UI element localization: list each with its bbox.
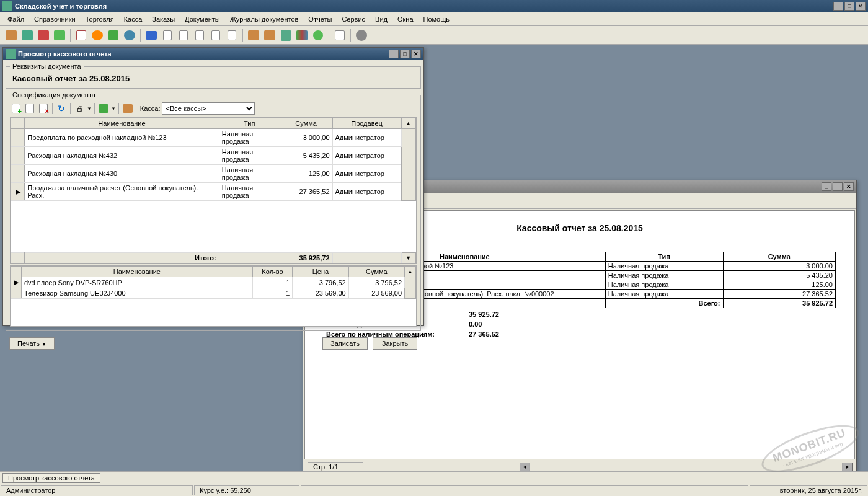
tool-leaf-icon[interactable] [311, 28, 326, 43]
table-row[interactable]: ▶dvd плеер Sony DVP-SR760HP13 796,523 79… [11, 277, 416, 288]
menu-reports[interactable]: Отчеты [303, 14, 337, 24]
cashreport-maximize-button[interactable]: □ [400, 50, 410, 58]
cashreport-close-button[interactable]: ✕ [411, 50, 421, 58]
menu-help[interactable]: Помощь [418, 14, 455, 24]
preview-maximize-button[interactable]: □ [833, 182, 843, 191]
spec-refresh-icon[interactable]: ↻ [55, 102, 68, 115]
spec-toolbar: + × ↻ 🖨 ▼ ▼ Касса: <Все кассы> [10, 101, 417, 117]
menu-view[interactable]: Вид [370, 14, 392, 24]
table-row[interactable]: Расходная накладная №430Наличная продажа… [11, 165, 416, 183]
status-user: Администратор [1, 485, 193, 495]
scroll-down-button[interactable]: ▼ [401, 253, 415, 264]
main-toolbar [0, 26, 868, 45]
row-header [11, 118, 25, 129]
icol-name[interactable]: Наименование [22, 267, 253, 277]
tool-doc1-icon[interactable] [160, 28, 175, 43]
tool-warehouse-icon[interactable] [4, 28, 19, 43]
iscroll-up-button[interactable]: ▲ [405, 267, 416, 277]
tool-bars-icon[interactable] [294, 28, 309, 43]
menu-service[interactable]: Сервис [337, 14, 370, 24]
spec-print-icon[interactable]: 🖨 [73, 102, 86, 115]
app-title: Складской учет и торговля [15, 2, 833, 10]
col-seller[interactable]: Продавец [332, 118, 401, 129]
table-row[interactable]: ▶Продажа за наличный расчет (Основной по… [11, 183, 416, 201]
status-rate: Курс у.е.: 55,250 [194, 485, 299, 495]
preview-col-type: Тип [605, 252, 723, 262]
spec-del-icon[interactable]: × [37, 102, 50, 115]
statusbar: Администратор Курс у.е.: 55,250 вторник,… [0, 484, 868, 496]
tool-boxred-icon[interactable] [36, 28, 51, 43]
scroll-right-button[interactable]: ► [843, 463, 852, 471]
menu-cash[interactable]: Касса [119, 14, 148, 24]
separator [242, 29, 243, 42]
tool-checkbox-icon[interactable] [106, 28, 121, 43]
tool-book-icon[interactable] [144, 28, 159, 43]
requisites-group: Реквизиты документа Кассовый отчет за 25… [6, 63, 421, 89]
tool-chart-icon[interactable] [52, 28, 67, 43]
menu-file[interactable]: Файл [2, 14, 29, 24]
spec-add-icon[interactable]: + [10, 102, 22, 115]
separator [70, 103, 71, 114]
kassa-select[interactable]: <Все кассы> [162, 102, 255, 115]
menubar: Файл Справочники Торговля Касса Заказы Д… [0, 12, 868, 26]
separator [350, 29, 351, 42]
spec-export-icon[interactable] [97, 102, 110, 115]
scroll-up-button[interactable]: ▲ [401, 118, 415, 129]
table-row[interactable]: Телевизор Samsung UE32J4000123 569,0023 … [11, 288, 416, 299]
mdi-area: р _ □ ✕ 🖨 ✕ Кассовый отчет за 25.08.2015… [0, 45, 868, 471]
window-controls: _ □ ✕ [833, 2, 866, 11]
tool-gear-icon[interactable] [354, 28, 369, 43]
tool-user-icon[interactable] [278, 28, 293, 43]
tool-doc5-icon[interactable] [224, 28, 239, 43]
preview-minimize-button[interactable]: _ [822, 182, 831, 191]
mdi-taskbar: Просмотр кассового отчета [0, 471, 868, 484]
tool-box1-icon[interactable] [246, 28, 261, 43]
maximize-button[interactable]: □ [844, 2, 854, 11]
menu-documents[interactable]: Документы [180, 14, 225, 24]
tool-refresh-icon[interactable] [90, 28, 105, 43]
cashreport-title: Просмотр кассового отчета [18, 50, 389, 58]
scroll-left-button[interactable]: ◄ [520, 463, 529, 471]
preview-close-button[interactable]: ✕ [844, 182, 854, 191]
minimize-button[interactable]: _ [833, 2, 843, 11]
menu-journals[interactable]: Журналы документов [225, 14, 304, 24]
preview-col-sum: Сумма [723, 252, 836, 262]
menu-orders[interactable]: Заказы [147, 14, 180, 24]
operations-table: Наименование Тип Сумма Продавец ▲ Предоп… [11, 118, 416, 264]
icol-qty[interactable]: Кол-во [252, 267, 293, 277]
spec-grid-icon[interactable] [122, 102, 134, 115]
close-dialog-button[interactable]: Закрыть [373, 337, 417, 350]
tool-cal2-icon[interactable] [332, 28, 347, 43]
tool-people-icon[interactable] [20, 28, 35, 43]
icol-price[interactable]: Цена [293, 267, 348, 277]
tool-doc3-icon[interactable] [192, 28, 207, 43]
tool-doc2-icon[interactable] [176, 28, 191, 43]
tool-box2-icon[interactable] [262, 28, 277, 43]
close-button[interactable]: ✕ [856, 2, 866, 11]
menu-trade[interactable]: Торговля [81, 14, 119, 24]
spec-legend: Спецификация документа [10, 91, 98, 99]
print-button[interactable]: Печать ▼ [9, 337, 55, 350]
menu-references[interactable]: Справочники [29, 14, 81, 24]
separator [52, 103, 53, 114]
taskbar-button[interactable]: Просмотр кассового отчета [2, 473, 100, 483]
icol-sum[interactable]: Сумма [348, 267, 404, 277]
tool-percent-icon[interactable] [122, 28, 137, 43]
tool-calendar-icon[interactable] [74, 28, 89, 43]
separator [329, 29, 329, 42]
col-sum[interactable]: Сумма [280, 118, 332, 129]
spec-edit-icon[interactable] [24, 102, 36, 115]
menu-windows[interactable]: Окна [392, 14, 418, 24]
sum-received-value: 35 925.72 [466, 309, 836, 319]
table-row[interactable]: Расходная накладная №432Наличная продажа… [11, 147, 416, 165]
app-titlebar: Складской учет и торговля _ □ ✕ [0, 0, 868, 12]
cashreport-titlebar[interactable]: Просмотр кассового отчета _ □ ✕ [3, 48, 423, 60]
col-name[interactable]: Наименование [25, 118, 219, 129]
col-type[interactable]: Тип [219, 118, 280, 129]
separator [140, 29, 141, 42]
tool-doc4-icon[interactable] [208, 28, 223, 43]
save-button[interactable]: Записать [322, 337, 368, 350]
cashreport-minimize-button[interactable]: _ [389, 50, 399, 58]
items-table: Наименование Кол-во Цена Сумма ▲ ▶dvd пл… [11, 266, 416, 326]
table-row[interactable]: Предоплата по расходной накладной №123На… [11, 129, 416, 147]
